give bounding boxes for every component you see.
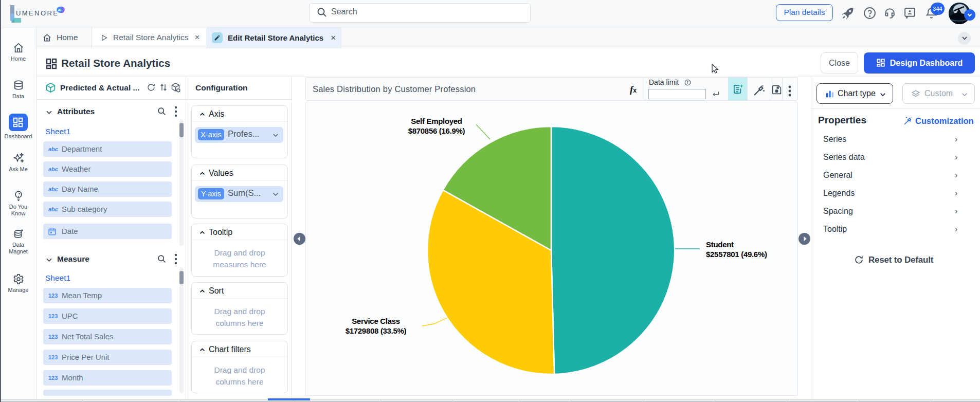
svg-text:AI: AI (58, 8, 62, 12)
svg-text:UMENORE: UMENORE (16, 9, 59, 17)
